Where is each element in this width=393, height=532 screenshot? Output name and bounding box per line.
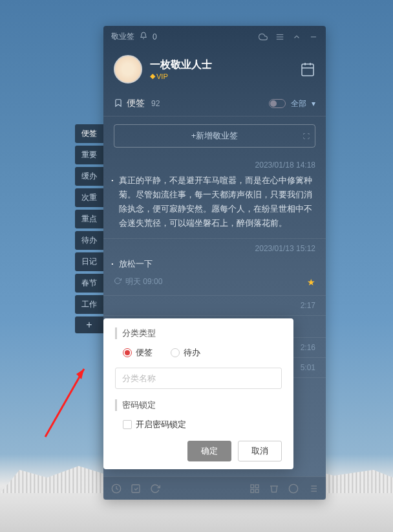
item-time: 5:01 (301, 363, 315, 372)
annotation-arrow (39, 362, 90, 440)
side-tab-todo[interactable]: 待办 (75, 231, 103, 250)
svg-rect-6 (302, 64, 313, 76)
reminder-time: 明天 09:00 (125, 276, 162, 287)
dialog-buttons: 确定 取消 (115, 441, 282, 461)
bell-icon[interactable] (140, 32, 147, 41)
notification-count: 0 (153, 32, 157, 41)
ok-button[interactable]: 确定 (187, 441, 231, 461)
checkbox-box (123, 420, 132, 429)
radio-note[interactable]: 便签 (123, 347, 153, 359)
cloud-sync-icon[interactable] (259, 32, 268, 41)
chevron-down-icon[interactable]: ▾ (312, 99, 315, 108)
clock-icon[interactable] (111, 483, 122, 494)
section-count: 92 (151, 99, 160, 108)
item-time: 2:17 (301, 301, 315, 310)
note-date: 2023/01/13 15:12 (114, 244, 315, 253)
side-tab-second[interactable]: 次重 (75, 188, 103, 207)
svg-line-0 (45, 369, 84, 437)
note-content: 真正的平静，不是避开车马喧嚣，而是在心中修篱种菊。尽管如流往事，每一天都涛声依旧… (114, 173, 315, 230)
list-item[interactable]: 2:17 (103, 296, 326, 316)
expand-icon: ⛶ (303, 133, 310, 140)
trash-icon[interactable] (269, 483, 279, 494)
password-lock-label: 密码锁定 (115, 399, 282, 411)
side-tab-list: 便签 重要 缓办 次重 重点 待办 日记 春节 工作 + (75, 124, 103, 333)
menu-icon[interactable] (275, 32, 284, 41)
side-tab-spring[interactable]: 春节 (75, 274, 103, 293)
note-item[interactable]: 2023/01/13 15:12 放松一下 明天 09:00 ★ (103, 239, 326, 296)
side-tab-add[interactable]: + (75, 316, 103, 333)
diamond-icon: ◆ (150, 72, 155, 80)
enable-lock-checkbox[interactable]: 开启密码锁定 (115, 419, 282, 430)
reminder-row: 明天 09:00 ★ (114, 276, 315, 287)
add-note-button[interactable]: +新增敬业签 ⛶ (114, 124, 315, 148)
calendar-icon[interactable] (300, 61, 315, 77)
refresh-icon[interactable] (150, 483, 160, 494)
category-dialog: 分类类型 便签 待办 密码锁定 开启密码锁定 确定 取消 (103, 318, 293, 469)
star-icon[interactable]: ★ (307, 277, 315, 287)
checkbox-icon[interactable] (131, 483, 141, 494)
radio-circle (171, 348, 180, 357)
svg-marker-1 (76, 369, 84, 379)
side-tab-diary[interactable]: 日记 (75, 252, 103, 271)
note-date: 2023/01/18 14:18 (114, 161, 315, 170)
avatar[interactable] (114, 55, 142, 83)
svg-point-16 (289, 484, 297, 493)
username: 一枚敬业人士 (150, 58, 212, 72)
cancel-button[interactable]: 取消 (238, 441, 282, 461)
profile-section: 一枚敬业人士 ◆ VIP (103, 47, 326, 91)
vip-badge: ◆ VIP (150, 72, 212, 80)
repeat-icon (114, 277, 122, 287)
collapse-icon[interactable] (292, 32, 301, 41)
bookmark-icon (114, 98, 123, 109)
filter-label[interactable]: 全部 (291, 98, 306, 109)
radio-group: 便签 待办 (115, 347, 282, 359)
note-item[interactable]: 2023/01/18 14:18 真正的平静，不是避开车马喧嚣，而是在心中修篱种… (103, 155, 326, 239)
time-icon[interactable] (288, 483, 299, 494)
side-tab-defer[interactable]: 缓办 (75, 167, 103, 186)
category-name-input[interactable] (115, 368, 282, 389)
grid-icon[interactable] (250, 483, 260, 494)
minimize-icon[interactable] (309, 32, 318, 41)
side-tab-notes[interactable]: 便签 (75, 124, 103, 143)
bottom-toolbar (103, 476, 326, 500)
app-name: 敬业签 (111, 31, 134, 42)
svg-rect-13 (255, 485, 259, 488)
radio-circle-selected (123, 348, 132, 357)
svg-rect-14 (251, 489, 254, 493)
svg-rect-15 (255, 489, 259, 493)
item-time: 2:16 (301, 343, 315, 352)
side-tab-key[interactable]: 重点 (75, 210, 103, 228)
section-title: 便签 (127, 98, 145, 109)
section-header: 便签 92 全部 ▾ (103, 91, 326, 116)
side-tab-important[interactable]: 重要 (75, 146, 103, 164)
list-icon[interactable] (308, 483, 318, 494)
titlebar: 敬业签 0 (103, 26, 326, 47)
note-content: 放松一下 (114, 257, 315, 271)
svg-rect-12 (251, 485, 254, 488)
category-type-label: 分类类型 (115, 327, 282, 339)
radio-todo[interactable]: 待办 (171, 347, 200, 359)
svg-rect-11 (132, 485, 140, 493)
side-tab-work[interactable]: 工作 (75, 295, 103, 314)
toggle-switch[interactable] (269, 99, 286, 108)
